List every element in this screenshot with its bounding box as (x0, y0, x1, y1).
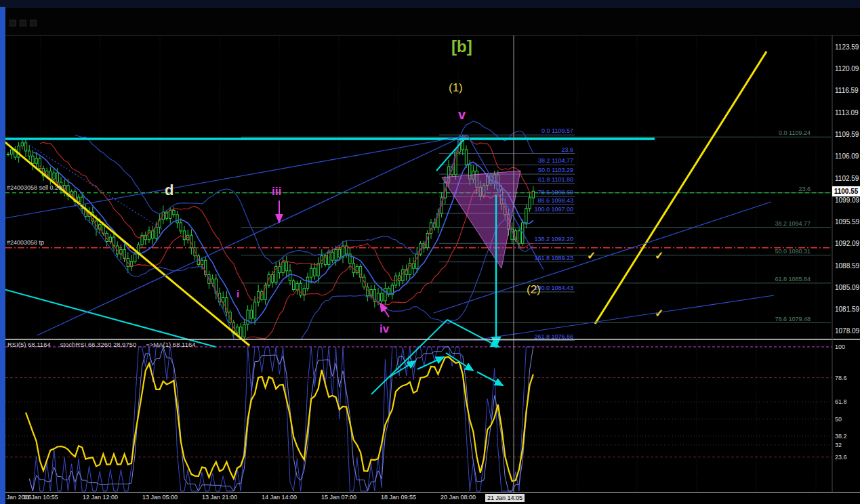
chart-area[interactable]: #24003058 sell 0.20 #24003058 tp 0.0 110… (0, 0, 860, 504)
toolbar-button-2[interactable] (20, 20, 26, 26)
rsi-level-lines (5, 347, 832, 457)
stochrsi-value-label: stochRSI 66.3260 28.9750 (60, 341, 137, 348)
toolbar-button-1[interactable] (9, 20, 16, 26)
window-top-bar (0, 0, 860, 8)
rsi-value-label: RSI(5) 68.1164 (7, 341, 51, 348)
window-left-border (0, 7, 5, 504)
toolbar (5, 8, 860, 35)
crosshair-date-badge: 21 Jan 14:05 (485, 494, 525, 502)
trend-lines[interactable] (0, 51, 774, 347)
order-lines[interactable] (5, 193, 832, 248)
current-price-badge: 1100.55 (832, 186, 860, 196)
toolbar-button-3[interactable] (30, 20, 37, 26)
chart-canvas (0, 0, 860, 504)
wedge-pattern[interactable] (442, 171, 520, 268)
indicator-header: RSI(5) 68.1164stochRSI 66.3260 28.9750=>… (7, 341, 205, 348)
ma-value-label: =>MA(1) 68.1164 (146, 341, 195, 348)
